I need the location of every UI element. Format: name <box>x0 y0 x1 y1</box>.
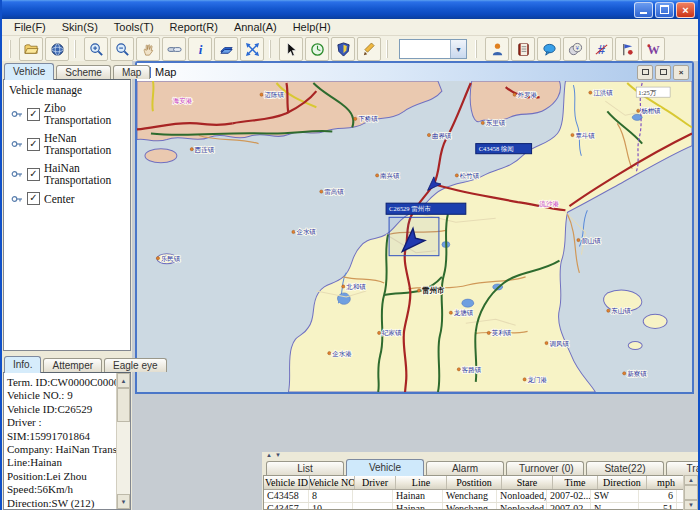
log-book-button[interactable] <box>511 37 535 61</box>
map-label: 松竹镇 <box>460 172 480 179</box>
tab-state-22[interactable]: State(22) <box>586 461 664 475</box>
table-cell: 2007-02... <box>547 490 591 502</box>
column-header-postition[interactable]: Postition <box>447 476 502 489</box>
zoom-fit-button[interactable] <box>240 37 264 61</box>
menu-help-h[interactable]: Help(H) <box>285 20 339 34</box>
window-minimize-button[interactable] <box>634 2 653 18</box>
tab-vehicle[interactable]: Vehicle <box>4 63 54 80</box>
table-body: C434588HainanWenchangNonloaded,...2007-0… <box>264 490 683 510</box>
tab-vehicle[interactable]: Vehicle <box>346 459 424 476</box>
table-cell <box>353 503 393 510</box>
column-header-driver[interactable]: Driver <box>355 476 396 489</box>
column-header-direction[interactable]: Direction <box>598 476 647 489</box>
map-minimize-button[interactable] <box>637 65 653 80</box>
tree-checkbox[interactable]: ✓ <box>27 168 40 181</box>
tab-scheme[interactable]: Scheme <box>56 65 111 79</box>
info-line: Vehicle ID:C26529 <box>7 403 116 416</box>
map-label: 东里镇 <box>486 119 506 126</box>
map-label: 下桥镇 <box>358 115 378 122</box>
scroll-track[interactable] <box>117 422 130 494</box>
menu-report-r[interactable]: Report(R) <box>162 20 226 34</box>
table-cell: C43457 <box>264 503 309 510</box>
tab-turnover-0[interactable]: Turnover (0) <box>506 461 584 475</box>
tree-item-henan-transportation[interactable]: ✓HeNan Transportation <box>7 129 130 159</box>
map-window-titlebar[interactable]: Map × <box>137 63 692 81</box>
info-scrollbar[interactable]: ▲ ▼ <box>116 373 130 509</box>
table-row[interactable]: C434588HainanWenchangNonloaded,...2007-0… <box>264 490 683 503</box>
globe-button[interactable] <box>45 37 69 61</box>
open-folder-button[interactable] <box>19 37 43 61</box>
tab-eagle-eye[interactable]: Eagle eye <box>104 358 166 372</box>
message-bubble-button[interactable] <box>537 37 561 61</box>
toll-coins-button[interactable] <box>563 37 587 61</box>
window-maximize-button[interactable] <box>655 2 674 18</box>
map-canvas[interactable]: 迈陈镇海安港西连镇下桥镇外罗港江洪镇杨柑镇覃斗镇1:25万龙门镇东里镇曲界镇南兴… <box>137 81 692 392</box>
link-button[interactable] <box>162 37 186 61</box>
scroll-up-button[interactable]: ▲ <box>117 373 130 388</box>
globe-icon <box>50 42 65 57</box>
tab-alarm[interactable]: Alarm <box>426 461 504 475</box>
vehicle-search-combo[interactable]: ▼ <box>399 39 467 59</box>
menu-annal-a[interactable]: Annal(A) <box>226 20 285 34</box>
tree-root-label[interactable]: Vehicle manage <box>7 82 130 99</box>
tree-checkbox[interactable]: ✓ <box>27 108 40 121</box>
column-header-time[interactable]: Time <box>553 476 598 489</box>
layers-button[interactable] <box>214 37 238 61</box>
map-window-title: Map <box>155 66 176 78</box>
tab-info[interactable]: Info. <box>4 356 41 373</box>
scroll-thumb[interactable] <box>684 485 698 500</box>
column-header-vehicle-no[interactable]: Vehicle NO <box>310 476 355 489</box>
tree-item-center[interactable]: ✓Center <box>7 189 130 208</box>
map-label: 1:25万 <box>638 89 656 96</box>
column-header-vehicle-id[interactable]: Vehicle ID <box>264 476 310 489</box>
tab-attemper[interactable]: Attemper <box>43 358 102 372</box>
column-header-line[interactable]: Line <box>396 476 447 489</box>
map-label: 北和镇 <box>346 283 366 291</box>
window-titlebar[interactable]: × <box>2 0 698 19</box>
dispatch-user-button[interactable] <box>485 37 509 61</box>
tree-checkbox[interactable]: ✓ <box>27 138 40 151</box>
locate-clock-button[interactable] <box>305 37 329 61</box>
menu-tools-t[interactable]: Tools(T) <box>106 20 162 34</box>
map-restore-button[interactable] <box>655 65 671 80</box>
window-close-button[interactable]: × <box>676 2 695 18</box>
tab-map[interactable]: Map <box>113 65 150 79</box>
table-scrollbar[interactable]: ▲ ▼ <box>683 475 698 510</box>
table-cell: Nonloaded,... <box>497 490 547 502</box>
scroll-thumb[interactable] <box>117 388 130 422</box>
grid-number-icon <box>594 42 609 57</box>
monitor-shield-button[interactable] <box>331 37 355 61</box>
toolbar-separator <box>270 40 273 58</box>
zoom-in-button[interactable] <box>84 37 108 61</box>
tab-list[interactable]: List <box>266 461 344 475</box>
info-button[interactable] <box>188 37 212 61</box>
map-label: 雷州市 <box>422 286 445 295</box>
select-cursor-button[interactable] <box>279 37 303 61</box>
scroll-down-button[interactable]: ▼ <box>684 500 698 510</box>
scroll-up-button[interactable]: ▲ <box>684 475 698 485</box>
tree-item-hainan-transportation[interactable]: ✓HaiNan Transportation <box>7 159 130 189</box>
map-label: 杨柑镇 <box>640 107 661 114</box>
toolbar-separator <box>75 40 78 58</box>
column-header-stare[interactable]: Stare <box>502 476 553 489</box>
pan-hand-button[interactable] <box>136 37 160 61</box>
menu-skin-s[interactable]: Skin(S) <box>54 20 106 34</box>
menu-file-f[interactable]: File(F) <box>6 20 54 34</box>
edit-pencil-button[interactable] <box>357 37 381 61</box>
column-header-mph[interactable]: mph <box>647 476 684 489</box>
flag-marker-button[interactable] <box>615 37 639 61</box>
chevron-down-icon[interactable]: ▼ <box>450 40 466 58</box>
scroll-down-button[interactable]: ▼ <box>117 494 130 509</box>
zoom-out-button[interactable] <box>110 37 134 61</box>
tab-track-0[interactable]: Track(0) <box>666 461 700 475</box>
tree-checkbox[interactable]: ✓ <box>27 192 40 205</box>
table-row[interactable]: C4345710HainanWenchangNonloaded,...2007-… <box>264 503 683 510</box>
track-w-button[interactable] <box>641 37 665 61</box>
map-close-button[interactable]: × <box>673 65 689 80</box>
grid-number-button[interactable] <box>589 37 613 61</box>
table-cell: Hainan <box>393 490 443 502</box>
tree-item-label: Center <box>44 193 75 205</box>
zoom-in-icon <box>89 42 104 57</box>
table-cell: Hainan <box>393 503 443 510</box>
tree-item-zibo-transportation[interactable]: ✓Zibo Transportation <box>7 99 130 129</box>
